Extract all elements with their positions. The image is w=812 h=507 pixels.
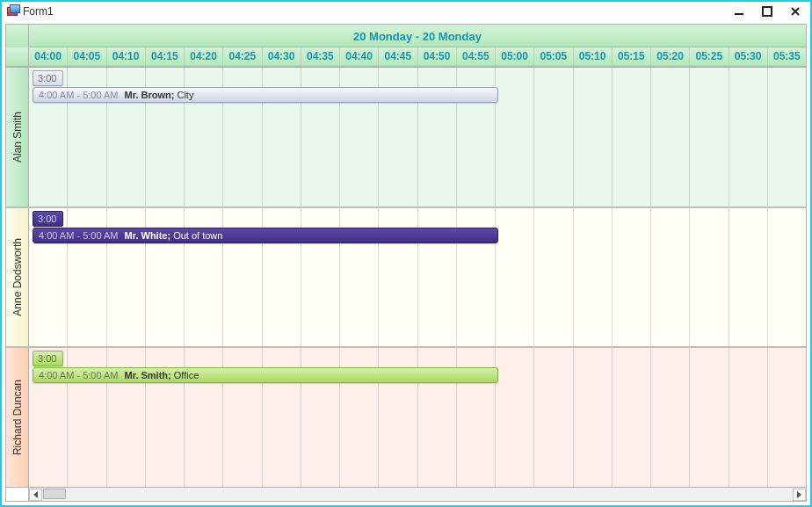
- resource-row: Alan Smith3:004:00 AM - 5:00 AM Mr. Brow…: [6, 67, 806, 206]
- titlebar[interactable]: Form1: [2, 2, 810, 21]
- appointment-tag[interactable]: 3:00: [33, 70, 63, 86]
- scheduler-header: 20 Monday - 20 Monday 04:0004:0504:1004:…: [6, 25, 806, 67]
- time-cell[interactable]: 05:35: [768, 47, 806, 66]
- time-cell[interactable]: 05:00: [496, 47, 534, 66]
- appointment-tag[interactable]: 3:00: [33, 211, 63, 227]
- header-corner-2: [6, 47, 29, 67]
- time-cell[interactable]: 05:10: [574, 47, 613, 66]
- appointment-time: 4:00 AM - 5:00 AM: [39, 370, 119, 380]
- scroll-right-button[interactable]: [793, 489, 806, 501]
- time-cell[interactable]: 05:30: [729, 47, 768, 66]
- appointment-location: Out of town: [173, 230, 222, 241]
- time-cell[interactable]: 04:30: [263, 47, 301, 66]
- maximize-button[interactable]: [756, 4, 779, 19]
- window-title: Form1: [23, 5, 54, 18]
- appointment-subject: Mr. Brown;: [122, 90, 178, 100]
- time-cell[interactable]: 04:25: [223, 47, 262, 66]
- resource-name: Alan Smith: [11, 112, 24, 163]
- time-ruler: 04:0004:0504:1004:1504:2004:2504:3004:35…: [29, 47, 806, 67]
- appointment[interactable]: 4:00 AM - 5:00 AM Mr. Brown; City: [33, 87, 498, 103]
- svg-rect-1: [763, 7, 772, 16]
- resource-lane[interactable]: 3:004:00 AM - 5:00 AM Mr. Brown; City: [29, 68, 806, 206]
- time-cell[interactable]: 04:00: [29, 47, 68, 66]
- time-cell[interactable]: 04:15: [146, 47, 185, 66]
- resource-header[interactable]: Richard Duncan: [6, 348, 29, 487]
- minimize-button[interactable]: [728, 4, 750, 19]
- appointment-time: 4:00 AM - 5:00 AM: [39, 90, 119, 100]
- time-cell[interactable]: 05:20: [651, 47, 690, 66]
- resource-name: Richard Duncan: [11, 380, 24, 455]
- time-cell[interactable]: 05:15: [613, 47, 651, 66]
- resource-lane[interactable]: 3:004:00 AM - 5:00 AM Mr. White; Out of …: [29, 208, 806, 347]
- time-cell[interactable]: 04:55: [457, 47, 496, 66]
- resource-row: Richard Duncan3:004:00 AM - 5:00 AM Mr. …: [6, 346, 806, 487]
- scheduler: 20 Monday - 20 Monday 04:0004:0504:1004:…: [5, 24, 807, 502]
- scroll-left-button[interactable]: [29, 489, 42, 501]
- resource-name: Anne Dodsworth: [11, 238, 24, 316]
- scheduler-body: Alan Smith3:004:00 AM - 5:00 AM Mr. Brow…: [6, 67, 806, 487]
- time-cell[interactable]: 04:35: [301, 47, 340, 66]
- window-frame: Form1 20 Monday - 20 Monday 04:0004:0504…: [0, 0, 812, 507]
- scrollbar-thumb[interactable]: [43, 489, 66, 499]
- appointment-subject: Mr. White;: [122, 230, 174, 241]
- time-cell[interactable]: 04:05: [68, 47, 106, 66]
- appointment-location: Office: [174, 370, 199, 380]
- resource-header[interactable]: Alan Smith: [6, 68, 29, 206]
- appointment-tag[interactable]: 3:00: [33, 351, 63, 366]
- time-cell[interactable]: 04:20: [185, 47, 223, 66]
- time-cell[interactable]: 05:25: [690, 47, 729, 66]
- appointment[interactable]: 4:00 AM - 5:00 AM Mr. Smith; Office: [33, 367, 498, 383]
- appointment-location: City: [177, 90, 193, 100]
- scrollbar-track[interactable]: [29, 488, 806, 501]
- header-corner: [6, 25, 29, 47]
- client-area: 20 Monday - 20 Monday 04:0004:0504:1004:…: [2, 21, 810, 505]
- date-range-header[interactable]: 20 Monday - 20 Monday: [29, 25, 806, 47]
- resource-lane[interactable]: 3:004:00 AM - 5:00 AM Mr. Smith; Office: [29, 348, 806, 487]
- horizontal-scrollbar[interactable]: [6, 487, 806, 501]
- close-button[interactable]: [784, 4, 807, 19]
- time-cell[interactable]: 04:40: [340, 47, 379, 66]
- app-icon: [7, 5, 19, 18]
- time-cell[interactable]: 04:50: [418, 47, 457, 66]
- appointment-subject: Mr. Smith;: [122, 370, 174, 380]
- appointment-time: 4:00 AM - 5:00 AM: [39, 230, 119, 241]
- svg-rect-0: [735, 13, 743, 15]
- time-cell[interactable]: 05:05: [534, 47, 573, 66]
- time-cell[interactable]: 04:45: [379, 47, 417, 66]
- resource-header[interactable]: Anne Dodsworth: [6, 208, 29, 347]
- appointment[interactable]: 4:00 AM - 5:00 AM Mr. White; Out of town: [33, 228, 498, 243]
- resource-row: Anne Dodsworth3:004:00 AM - 5:00 AM Mr. …: [6, 206, 806, 347]
- time-cell[interactable]: 04:10: [107, 47, 146, 66]
